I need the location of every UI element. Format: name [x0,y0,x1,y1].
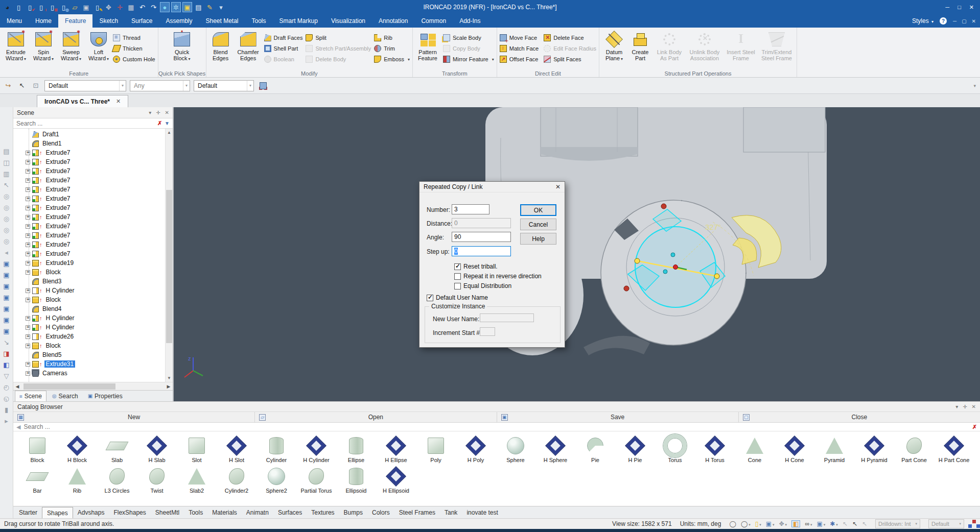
catalog-pin-icon[interactable]: ✛ [963,404,967,409]
quick-block-button[interactable]: Quick Block▾ [169,30,195,69]
catalog-tab[interactable]: Tank [440,506,462,518]
window-control-button[interactable]: ─ [945,4,949,11]
link-body-as-part-button[interactable]: Link Body As Part [654,30,685,69]
quick-access-icon[interactable]: ● [160,2,170,12]
tree-item[interactable]: ↑ Extrude7 [26,212,165,222]
catalog-shape-item[interactable]: Block [17,432,57,463]
quick-access-icon[interactable]: ▦ [126,2,136,12]
ribbon-tab[interactable]: Add-Ins [453,14,487,28]
tree-expander-icon[interactable] [26,151,30,155]
shell-part-button[interactable]: Shell Part [264,44,303,53]
status-tool-icon[interactable]: ↖ [852,521,857,527]
left-toolbar-icon[interactable]: ◂ [2,248,11,256]
thread-button[interactable]: Thread [113,34,155,42]
window-control-button[interactable]: □ [958,4,961,11]
viewport-3d[interactable]: 327° z [174,107,980,401]
catalog-clear-search-icon[interactable]: ✗ [972,424,977,430]
scrollbar-thumb[interactable] [166,190,172,343]
left-toolbar-icon[interactable]: ▽ [2,372,11,380]
cancel-button[interactable]: Cancel [520,219,556,230]
delete-body-button[interactable]: Delete Body [306,55,371,63]
step-up-field[interactable]: 0 [452,246,511,256]
status-tool-icon[interactable]: ✥ [779,521,787,527]
custom-hole-button[interactable]: Custom Hole [113,55,155,63]
quick-access-icon[interactable]: ▱ [70,2,80,12]
tree-item[interactable]: ↑ Blend3 [26,277,165,286]
catalog-tab[interactable]: Shapes [42,507,73,518]
catalog-tab[interactable]: Steel Frames [394,506,440,518]
tree-item[interactable]: ↑ Blend1 [26,139,165,148]
tree-item[interactable]: ↑ H Cylinder [26,313,165,323]
left-toolbar-icon[interactable]: ↘ [2,338,11,346]
catalog-tab[interactable]: Textures [307,506,339,518]
tree-item[interactable]: ↑ H Cylinder [26,286,165,295]
tree-expander-icon[interactable] [26,270,30,275]
catalog-tab[interactable]: Advshaps [73,506,109,518]
catalog-shape-item[interactable]: Cone [735,432,775,463]
catalog-shape-item[interactable]: Partial Torus [296,463,336,494]
catalog-shape-item[interactable]: H Part Cone [934,432,974,463]
tree-expander-icon[interactable] [26,206,30,210]
quick-access-icon[interactable]: ▾ [216,2,226,12]
toolbar-overflow-chevron[interactable]: ▾ [973,83,976,88]
catalog-shape-item[interactable]: Sphere2 [256,463,296,494]
tree-item[interactable]: ↑ Extrude31 [26,359,165,369]
catalog-shape-item[interactable]: H Pyramid [854,432,894,463]
catalog-menu-chevron-icon[interactable]: ▾ [955,404,958,409]
left-toolbar-icon[interactable]: ▣ [2,293,11,301]
tree-expander-icon[interactable] [26,178,30,183]
scrollbar-thumb-horizontal[interactable] [24,383,115,390]
tree-item[interactable]: ↑ Cameras [26,369,165,378]
document-tab-close-icon[interactable]: ✕ [116,98,121,105]
status-tool-icon[interactable]: ◯ [729,521,736,527]
quick-access-icon[interactable]: ↷ [149,2,158,12]
catalog-shape-item[interactable]: Slab [97,432,137,463]
tree-item[interactable]: ↑ Extrude7 [26,249,165,258]
tree-expander-icon[interactable] [26,169,30,174]
quick-access-icon[interactable]: ▯◎ [59,2,68,12]
tree-expander-icon[interactable] [26,344,30,348]
left-toolbar-icon[interactable]: ◧ [2,360,11,369]
ribbon-tab[interactable]: Home [29,14,58,28]
catalog-shape-item[interactable]: Ellipsoid [336,463,376,494]
tree-item[interactable]: ↑ Extrude26 [26,332,165,341]
catalog-shape-item[interactable]: Cylinder [256,432,296,463]
quick-access-icon[interactable]: ▣ [81,2,91,12]
left-toolbar-icon[interactable]: ▣ [2,271,11,279]
scroll-left-icon[interactable]: ◀ [13,384,21,389]
ribbon-tab[interactable]: Visualization [324,14,372,28]
left-toolbar-icon[interactable]: ▣ [2,327,11,335]
status-tool-icon[interactable]: ∞ [805,521,812,527]
status-tool-icon[interactable]: ▣ [766,521,775,527]
catalog-tab[interactable]: Bumps [339,506,367,518]
scroll-up-icon[interactable]: ▲ [166,129,173,136]
tree-expander-icon[interactable] [26,334,30,339]
catalog-open-button[interactable]: ▱Open [255,412,497,422]
tree-item[interactable]: ↑ Extrude7 [26,185,165,194]
ribbon-tab[interactable]: Assembly [159,14,199,28]
trim-extend-steel-frame-button[interactable]: Trim/Extend Steel Frame [759,30,794,69]
tree-item[interactable]: ↑ Extrude7 [26,148,165,157]
split-faces-button[interactable]: Split Faces [544,55,596,63]
catalog-new-button[interactable]: ▦New [13,412,255,422]
tree-item[interactable]: ↑ Draft1 [26,130,165,139]
catalog-tab[interactable]: FlexShapes [109,506,150,518]
tree-item[interactable]: ↑ Extrude7 [26,166,165,176]
left-toolbar-icon[interactable]: ▣ [2,282,11,290]
tree-item[interactable]: ↑ Blend5 [26,350,165,359]
ribbon-tab[interactable]: Tools [245,14,273,28]
datum-plane-button[interactable]: Datum Plane▾ [602,30,626,69]
unlink-body-association-button[interactable]: Unlink Body Association [687,30,722,69]
cursor-select-icon[interactable]: ↖ [17,82,27,89]
left-toolbar-icon[interactable]: ◎ [2,237,11,245]
drilldown-dropdown[interactable]: Drilldown: Int▾ [875,519,920,528]
catalog-shape-item[interactable]: Part Cone [894,432,934,463]
spin-wizard-button[interactable]: Spin Wizard▾ [30,30,57,69]
quick-access-icon[interactable]: ✲ [171,2,181,12]
catalog-save-button[interactable]: ▣Save [497,412,739,422]
quick-access-icon[interactable]: ▯≣ [48,2,57,12]
catalog-shape-item[interactable]: Pie [575,432,615,463]
blend-edges-button[interactable]: Blend Edges [209,30,232,69]
left-toolbar-icon[interactable]: ▮ [2,405,11,414]
catalog-shape-item[interactable]: Bar [17,463,57,494]
